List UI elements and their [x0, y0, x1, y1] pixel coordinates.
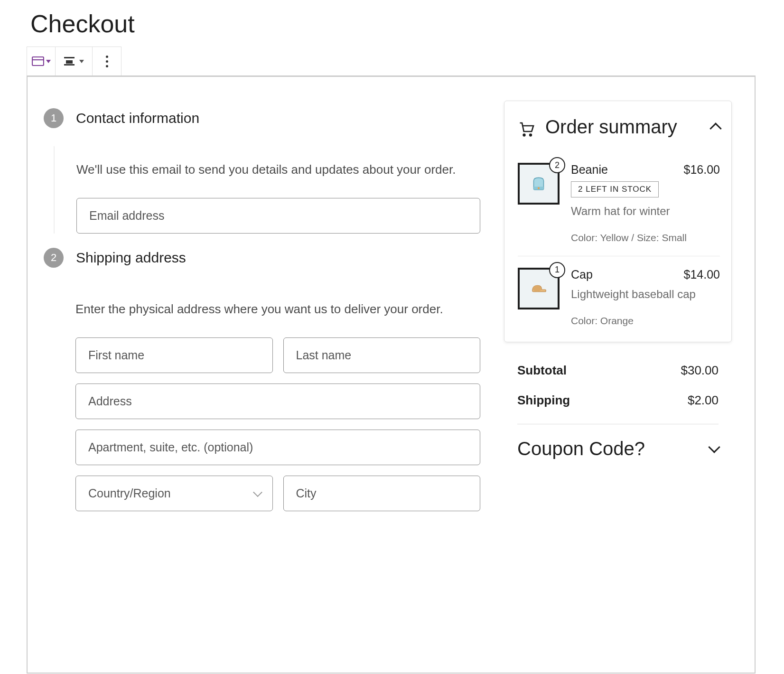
- first-name-field[interactable]: First name: [75, 337, 273, 373]
- step-description: We'll use this email to send you details…: [76, 160, 480, 179]
- order-summary-toggle[interactable]: Order summary: [518, 114, 720, 139]
- divider: [517, 424, 719, 424]
- product-meta: Color: Orange: [571, 314, 720, 328]
- block-type-button[interactable]: [27, 47, 56, 75]
- product-name: Beanie: [571, 163, 608, 177]
- checkout-form: 1 Contact information We'll use this ema…: [44, 96, 480, 673]
- product-name: Cap: [571, 268, 593, 281]
- coupon-title: Coupon Code?: [517, 436, 645, 461]
- step-title: Contact information: [76, 110, 480, 126]
- chevron-down-icon: [708, 441, 720, 453]
- cart-icon: [518, 120, 535, 137]
- email-field[interactable]: Email address: [76, 198, 480, 234]
- quantity-badge: 2: [549, 157, 565, 173]
- more-options-button[interactable]: [93, 47, 121, 75]
- svg-rect-0: [32, 57, 44, 66]
- product-meta: Color: Yellow / Size: Small: [571, 231, 720, 244]
- address-field[interactable]: Address: [75, 384, 480, 419]
- stock-badge: 2 LEFT IN STOCK: [571, 181, 659, 197]
- city-field[interactable]: City: [283, 476, 481, 511]
- chevron-up-icon: [709, 122, 721, 134]
- shipping-value: $2.00: [688, 393, 719, 408]
- more-vertical-icon: [106, 56, 108, 67]
- step-contact: 1 Contact information: [44, 108, 480, 141]
- product-description: Warm hat for winter: [571, 203, 720, 219]
- order-summary-card: Order summary 2 Beanie $16.00: [504, 101, 732, 342]
- svg-point-5: [538, 187, 540, 189]
- checkout-block: 1 Contact information We'll use this ema…: [27, 75, 756, 674]
- subtotal-label: Subtotal: [517, 363, 567, 378]
- order-item: 2 Beanie $16.00 2 LEFT IN STOCK Warm hat…: [518, 151, 720, 256]
- order-totals: Subtotal $30.00 Shipping $2.00: [504, 356, 732, 415]
- caret-down-icon: [46, 60, 51, 63]
- order-item: 1 Cap $14.00 Lightweight baseball cap Co…: [518, 256, 720, 328]
- svg-point-3: [530, 134, 532, 136]
- order-summary-title: Order summary: [545, 114, 701, 139]
- step-title: Shipping address: [76, 250, 480, 266]
- quantity-badge: 1: [549, 262, 565, 278]
- last-name-field[interactable]: Last name: [283, 337, 481, 373]
- align-button[interactable]: [56, 47, 93, 75]
- step-description: Enter the physical address where you wan…: [75, 300, 480, 318]
- step-shipping: 2 Shipping address: [44, 248, 480, 281]
- align-icon: [64, 57, 75, 66]
- product-description: Lightweight baseball cap: [571, 286, 720, 302]
- step-number-badge: 1: [44, 108, 64, 128]
- page-title: Checkout: [30, 9, 756, 38]
- step-number-badge: 2: [44, 248, 64, 268]
- block-toolbar: [27, 47, 121, 76]
- svg-point-6: [533, 285, 541, 291]
- product-price: $16.00: [684, 163, 720, 177]
- subtotal-value: $30.00: [681, 363, 719, 378]
- shipping-label: Shipping: [517, 393, 570, 408]
- order-summary-column: Order summary 2 Beanie $16.00: [504, 96, 732, 673]
- product-price: $14.00: [684, 268, 720, 281]
- caret-down-icon: [79, 60, 84, 63]
- svg-point-2: [523, 134, 525, 136]
- apartment-field[interactable]: Apartment, suite, etc. (optional): [75, 430, 480, 465]
- country-select[interactable]: Country/Region: [75, 476, 273, 511]
- coupon-toggle[interactable]: Coupon Code?: [504, 433, 732, 461]
